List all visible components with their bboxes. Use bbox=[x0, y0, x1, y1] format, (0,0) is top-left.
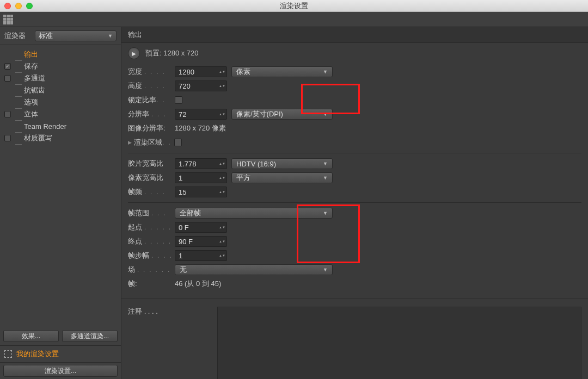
my-render-settings[interactable]: 我的渲染设置 bbox=[0, 345, 121, 362]
grid-icon[interactable] bbox=[3, 15, 13, 24]
tree-item-options[interactable]: 选项 bbox=[0, 96, 121, 108]
renderer-value: 标准 bbox=[39, 31, 53, 41]
expand-icon bbox=[4, 350, 12, 358]
spinner-icon[interactable]: ▲▼ bbox=[219, 176, 225, 179]
height-input[interactable]: 720▲▼ bbox=[175, 80, 227, 91]
field-label: 场 . . . . . . bbox=[128, 265, 175, 275]
tree-item-output[interactable]: 输出 bbox=[0, 48, 121, 60]
checkbox-icon[interactable] bbox=[4, 111, 11, 117]
chevron-down-icon: ▼ bbox=[323, 175, 328, 181]
tree-item-material-override[interactable]: 材质覆写 bbox=[0, 132, 121, 144]
renderer-label: 渲染器 bbox=[4, 31, 35, 41]
render-settings-button[interactable]: 渲染设置... bbox=[3, 365, 118, 377]
pixel-aspect-select[interactable]: 平方▼ bbox=[231, 172, 333, 183]
start-label: 起点 . . . . . bbox=[128, 222, 175, 232]
chevron-down-icon: ▼ bbox=[323, 111, 328, 117]
image-res-value: 1280 x 720 像素 bbox=[175, 123, 226, 133]
spinner-icon[interactable]: ▲▼ bbox=[219, 113, 225, 116]
window-title: 渲染设置 bbox=[0, 1, 588, 11]
spinner-icon[interactable]: ▲▼ bbox=[219, 84, 225, 88]
spinner-icon[interactable]: ▲▼ bbox=[219, 70, 225, 73]
settings-tree: 输出 ✓ 保存 多通道 抗锯齿 选项 立体 bbox=[0, 45, 121, 327]
checkbox-icon[interactable] bbox=[4, 135, 11, 141]
sidebar: 渲染器 标准 ▼ 输出 ✓ 保存 多通道 抗锯齿 bbox=[0, 27, 121, 379]
content-panel: 输出 ▶ 预置: 1280 x 720 宽度 . . . . 1280▲▼ 像素… bbox=[121, 27, 588, 379]
render-region-checkbox[interactable] bbox=[174, 139, 182, 146]
frame-range-label: 帧范围 . . . bbox=[128, 208, 175, 218]
multipass-render-button[interactable]: 多通道渲染... bbox=[62, 330, 118, 342]
tree-item-teamrender[interactable]: Team Render bbox=[0, 120, 121, 132]
chevron-down-icon: ▼ bbox=[323, 210, 328, 216]
tree-item-antialias[interactable]: 抗锯齿 bbox=[0, 84, 121, 96]
end-input[interactable]: 90 F▲▼ bbox=[175, 236, 227, 247]
toolbar bbox=[0, 12, 588, 27]
height-label: 高度 . . . . bbox=[128, 81, 175, 91]
chevron-down-icon: ▼ bbox=[323, 69, 328, 74]
pixel-aspect-input[interactable]: 1▲▼ bbox=[175, 172, 227, 183]
minimize-icon[interactable] bbox=[15, 3, 22, 9]
fps-label: 帧频 . . . . bbox=[128, 187, 175, 197]
chevron-down-icon: ▼ bbox=[108, 33, 113, 39]
pixel-aspect-label: 像素宽高比 bbox=[128, 173, 175, 183]
spinner-icon[interactable]: ▲▼ bbox=[219, 190, 225, 194]
frames-value: 46 (从 0 到 45) bbox=[175, 279, 221, 289]
render-region-label: 渲染区域. . bbox=[134, 138, 174, 147]
chevron-down-icon: ▼ bbox=[323, 161, 328, 166]
lock-ratio-checkbox[interactable] bbox=[175, 96, 182, 104]
lock-ratio-label: 锁定比率. . bbox=[128, 95, 175, 105]
notes-textarea[interactable] bbox=[217, 307, 581, 379]
step-input[interactable]: 1▲▼ bbox=[175, 250, 227, 261]
width-input[interactable]: 1280▲▼ bbox=[175, 66, 227, 77]
frames-label: 帧: bbox=[128, 279, 175, 289]
checkbox-icon[interactable] bbox=[4, 75, 11, 82]
film-aspect-input[interactable]: 1.778▲▼ bbox=[175, 158, 227, 169]
chevron-down-icon: ▼ bbox=[323, 267, 328, 272]
fps-input[interactable]: 15▲▼ bbox=[175, 187, 227, 197]
section-title: 输出 bbox=[121, 27, 588, 43]
preset-play-button[interactable]: ▶ bbox=[128, 47, 140, 59]
start-input[interactable]: 0 F▲▼ bbox=[175, 222, 227, 233]
titlebar: 渲染设置 bbox=[0, 0, 588, 12]
end-label: 终点 . . . . . bbox=[128, 237, 175, 246]
window-controls bbox=[4, 3, 33, 9]
preset-label: 预置: 1280 x 720 bbox=[145, 48, 199, 58]
tree-item-stereo[interactable]: 立体 bbox=[0, 108, 121, 120]
image-res-label: 图像分辨率: bbox=[128, 123, 175, 133]
notes-label: 注释 . . . . bbox=[128, 307, 169, 379]
close-icon[interactable] bbox=[4, 3, 11, 9]
step-label: 帧步幅 . . . . bbox=[128, 251, 175, 260]
spinner-icon[interactable]: ▲▼ bbox=[219, 240, 225, 243]
field-select[interactable]: 无▼ bbox=[175, 264, 333, 275]
frame-range-select[interactable]: 全部帧▼ bbox=[175, 208, 333, 219]
spinner-icon[interactable]: ▲▼ bbox=[219, 162, 225, 165]
effect-button[interactable]: 效果... bbox=[3, 330, 59, 342]
resolution-label: 分辨率 . . . bbox=[128, 109, 175, 119]
film-aspect-select[interactable]: HDTV (16:9)▼ bbox=[231, 158, 333, 169]
spinner-icon[interactable]: ▲▼ bbox=[219, 226, 225, 229]
checkbox-icon[interactable]: ✓ bbox=[4, 63, 11, 70]
tree-item-save[interactable]: ✓ 保存 bbox=[0, 60, 121, 72]
renderer-select[interactable]: 标准 ▼ bbox=[35, 30, 117, 41]
maximize-icon[interactable] bbox=[26, 3, 33, 9]
film-aspect-label: 胶片宽高比 bbox=[128, 159, 175, 169]
disclosure-icon[interactable]: ▶ bbox=[128, 140, 132, 145]
spinner-icon[interactable]: ▲▼ bbox=[219, 254, 225, 257]
width-unit-select[interactable]: 像素▼ bbox=[231, 66, 333, 77]
resolution-input[interactable]: 72▲▼ bbox=[175, 109, 227, 120]
width-label: 宽度 . . . . bbox=[128, 67, 175, 77]
resolution-unit-select[interactable]: 像素/英寸(DPI)▼ bbox=[231, 109, 333, 120]
tree-item-multipass[interactable]: 多通道 bbox=[0, 72, 121, 84]
